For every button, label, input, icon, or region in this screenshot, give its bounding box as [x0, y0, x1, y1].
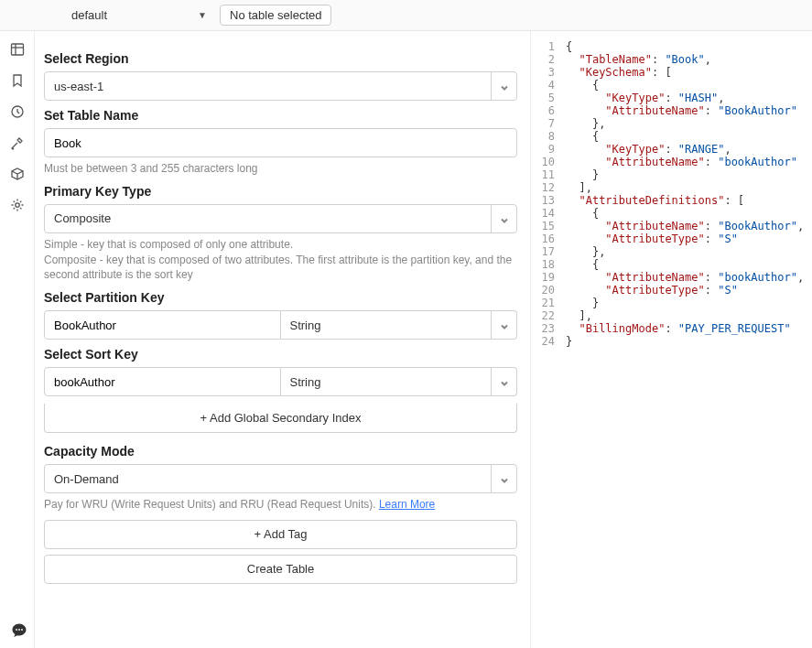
code-line: 24} [531, 335, 812, 348]
add-gsi-label: + Add Global Secondary Index [200, 411, 362, 425]
partition-key-name-wrap [44, 310, 281, 340]
code-line: 5 "KeyType": "HASH", [531, 92, 812, 104]
line-number: 24 [531, 335, 566, 348]
capacity-mode-value: On-Demand [54, 472, 119, 486]
line-number: 13 [531, 194, 566, 207]
table-name-input-wrap [44, 128, 517, 157]
capacity-mode-label: Capacity Mode [44, 444, 517, 459]
line-number: 14 [531, 207, 566, 220]
line-number: 15 [531, 220, 566, 232]
capacity-mode-select[interactable]: On-Demand [44, 464, 517, 493]
code-line: 17 }, [531, 245, 812, 258]
line-number: 10 [531, 156, 566, 168]
line-number: 8 [531, 130, 566, 143]
code-line: 3 "KeySchema": [ [531, 66, 812, 79]
line-number: 3 [531, 66, 566, 79]
code-line: 7 }, [531, 117, 812, 130]
sort-key-name-input[interactable] [54, 375, 271, 389]
line-number: 5 [531, 92, 566, 104]
line-number: 2 [531, 53, 566, 66]
add-tag-label: + Add Tag [254, 527, 308, 541]
sort-key-type-select[interactable]: String [281, 367, 518, 396]
svg-point-6 [18, 629, 20, 631]
line-number: 19 [531, 271, 566, 284]
table-icon[interactable] [10, 42, 25, 57]
code-line: 23 "BillingMode": "PAY_PER_REQUEST" [531, 322, 812, 335]
feedback-icon[interactable] [11, 622, 27, 639]
region-value: us-east-1 [54, 80, 103, 93]
line-number: 23 [531, 322, 566, 335]
capacity-mode-hint: Pay for WRU (Write Request Units) and RR… [44, 497, 517, 513]
sort-key-name-wrap [44, 367, 281, 396]
svg-point-4 [15, 203, 18, 207]
database-selector[interactable]: default ▼ [66, 5, 212, 27]
capacity-mode-hint-text: Pay for WRU (Write Request Units) and RR… [44, 498, 379, 511]
code-line: 4 { [531, 79, 812, 92]
line-number: 21 [531, 297, 566, 309]
primary-key-type-value: Composite [54, 211, 111, 225]
table-name-label: Set Table Name [44, 108, 517, 123]
create-table-label: Create Table [247, 562, 314, 576]
region-select[interactable]: us-east-1 [44, 71, 517, 101]
add-gsi-button[interactable]: + Add Global Secondary Index [44, 404, 517, 433]
database-selector-value: default [71, 8, 107, 22]
line-number: 1 [531, 40, 566, 53]
code-line: 6 "AttributeName": "BookAuthor" [531, 104, 812, 117]
code-line: 19 "AttributeName": "bookAuthor", [531, 271, 812, 284]
partition-key-label: Select Partition Key [44, 290, 517, 305]
code-line: 2 "TableName": "Book", [531, 53, 812, 66]
line-number: 12 [531, 181, 566, 194]
code-line: 9 "KeyType": "RANGE", [531, 143, 812, 156]
code-line: 13 "AttributeDefinitions": [ [531, 194, 812, 207]
partition-key-type-select[interactable]: String [281, 310, 518, 340]
history-icon[interactable] [10, 104, 25, 119]
chevron-down-icon[interactable] [491, 465, 516, 492]
sidebar [0, 31, 35, 648]
svg-point-5 [16, 629, 17, 631]
line-number: 16 [531, 232, 566, 245]
create-table-button[interactable]: Create Table [44, 555, 517, 584]
line-number: 6 [531, 104, 566, 117]
caret-down-icon: ▼ [198, 10, 207, 20]
code-line: 1{ [531, 40, 812, 53]
line-number: 4 [531, 79, 566, 92]
code-line: 10 "AttributeName": "bookAuthor" [531, 156, 812, 168]
sort-key-type-value: String [290, 375, 321, 389]
gear-icon[interactable] [10, 198, 25, 212]
table-name-hint: Must be between 3 and 255 characters lon… [44, 161, 517, 177]
chevron-down-icon[interactable] [491, 205, 516, 232]
code-line: 22 ], [531, 309, 812, 322]
line-number: 18 [531, 258, 566, 271]
region-label: Select Region [44, 51, 517, 66]
add-tag-button[interactable]: + Add Tag [44, 520, 517, 549]
package-icon[interactable] [10, 167, 25, 181]
partition-key-name-input[interactable] [54, 319, 271, 332]
chevron-down-icon[interactable] [491, 368, 516, 395]
code-line: 20 "AttributeType": "S" [531, 284, 812, 297]
code-line: 11 } [531, 168, 812, 181]
primary-key-type-hint: Simple - key that is composed of only on… [44, 237, 517, 283]
bookmark-icon[interactable] [10, 73, 25, 88]
chevron-down-icon[interactable] [491, 311, 516, 339]
code-line: 15 "AttributeName": "BookAuthor", [531, 220, 812, 232]
primary-key-type-label: Primary Key Type [44, 184, 517, 199]
code-line: 14 { [531, 207, 812, 220]
code-line: 18 { [531, 258, 812, 271]
code-line: 8 { [531, 130, 812, 143]
table-status-badge: No table selected [220, 5, 331, 26]
code-line: 21 } [531, 297, 812, 309]
learn-more-link[interactable]: Learn More [379, 498, 435, 511]
primary-key-type-select[interactable]: Composite [44, 204, 517, 233]
line-number: 22 [531, 309, 566, 322]
line-number: 9 [531, 143, 566, 156]
code-line: 16 "AttributeType": "S" [531, 232, 812, 245]
partition-key-type-value: String [290, 319, 321, 332]
form-panel: Select Region us-east-1 Set Table Name M… [35, 31, 531, 648]
code-line: 12 ], [531, 181, 812, 194]
table-name-input[interactable] [54, 136, 507, 150]
line-number: 17 [531, 245, 566, 258]
chevron-down-icon[interactable] [491, 72, 516, 100]
svg-point-7 [21, 629, 23, 631]
tools-icon[interactable] [10, 135, 25, 150]
code-editor[interactable]: 1{2 "TableName": "Book",3 "KeySchema": [… [531, 31, 812, 648]
